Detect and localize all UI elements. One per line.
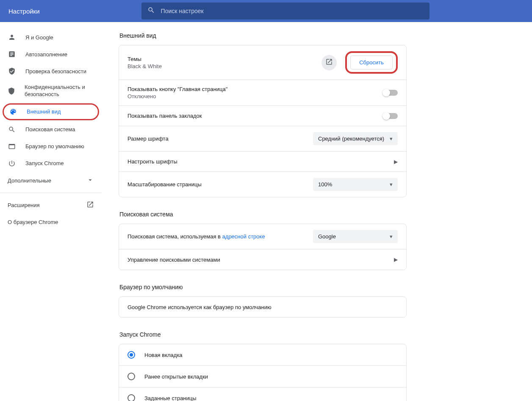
search-card: Поисковая система, используемая в адресн… xyxy=(119,224,407,270)
sidebar-advanced[interactable]: Дополнительные xyxy=(0,172,102,189)
person-icon xyxy=(8,33,16,41)
radio-checked-icon xyxy=(127,351,135,359)
font-size-value: Средний (рекомендуется) xyxy=(318,136,384,142)
startup-card: Новая вкладка Ранее открытые вкладки Зад… xyxy=(119,344,407,401)
open-in-new-icon xyxy=(325,58,333,67)
default-browser-row: Google Chrome используется как браузер п… xyxy=(119,297,406,317)
sidebar-item-autofill[interactable]: Автозаполнение xyxy=(0,46,102,63)
sidebar-item-on-startup[interactable]: Запуск Chrome xyxy=(0,155,102,172)
reset-theme-button[interactable]: Сбросить xyxy=(350,55,393,69)
caret-down-icon: ▾ xyxy=(390,181,393,188)
themes-row[interactable]: Темы Black & White Сбросить xyxy=(119,45,406,80)
default-browser-text: Google Chrome используется как браузер п… xyxy=(127,304,272,310)
form-icon xyxy=(8,50,16,58)
startup-option-new-tab[interactable]: Новая вкладка xyxy=(119,344,406,366)
section-title-appearance: Внешний вид xyxy=(119,32,515,39)
home-label: Показывать кнопку "Главная страница" xyxy=(127,86,227,92)
engine-label: Поисковая система, используемая в адресн… xyxy=(127,233,265,240)
page-title: Настройки xyxy=(8,8,40,15)
startup-option-label: Заданные страницы xyxy=(144,395,197,401)
search-engine-row: Поисковая система, используемая в адресн… xyxy=(119,224,406,249)
section-title-default-browser: Браузер по умолчанию xyxy=(119,284,515,290)
home-toggle[interactable] xyxy=(383,90,398,96)
home-value: Отключено xyxy=(127,93,227,100)
chevron-down-icon xyxy=(86,176,94,185)
section-title-startup: Запуск Chrome xyxy=(119,331,515,338)
sidebar-item-label: Запуск Chrome xyxy=(25,160,64,166)
sidebar-item-label: Браузер по умолчанию xyxy=(25,143,84,149)
search-input[interactable] xyxy=(161,8,424,14)
search-engine-select[interactable]: Google ▾ xyxy=(313,230,398,243)
section-title-search: Поисковая система xyxy=(119,211,515,218)
browser-icon xyxy=(8,142,16,151)
sidebar-about[interactable]: О браузере Chrome xyxy=(0,214,102,231)
bookmarks-toggle[interactable] xyxy=(383,113,398,119)
manage-search-engines-row[interactable]: Управление поисковыми системами ▶ xyxy=(119,249,406,270)
zoom-select[interactable]: 100% ▾ xyxy=(313,178,398,191)
manage-label: Управление поисковыми системами xyxy=(127,257,220,263)
sidebar-extensions[interactable]: Расширения xyxy=(0,196,102,214)
font-size-row: Размер шрифта Средний (рекомендуется) ▾ xyxy=(119,126,406,152)
bookmarks-bar-row: Показывать панель закладок xyxy=(119,106,406,126)
sidebar-item-label: Проверка безопасности xyxy=(25,68,86,75)
radio-unchecked-icon xyxy=(127,394,135,401)
appearance-card: Темы Black & White Сбросить Показывать к… xyxy=(119,45,407,197)
customize-fonts-row[interactable]: Настроить шрифты ▶ xyxy=(119,152,406,172)
radio-unchecked-icon xyxy=(127,373,135,380)
home-button-row: Показывать кнопку "Главная страница" Отк… xyxy=(119,80,406,106)
search-icon xyxy=(147,6,155,16)
caret-down-icon: ▾ xyxy=(390,233,393,240)
header: Настройки xyxy=(0,0,532,22)
sidebar-item-label: Конфиденциальность и безопасность xyxy=(25,84,94,98)
sidebar-extensions-label: Расширения xyxy=(8,202,40,208)
sidebar-item-you-and-google[interactable]: Я и Google xyxy=(0,29,102,46)
shield-check-icon xyxy=(8,67,16,75)
address-bar-link[interactable]: адресной строке xyxy=(222,233,265,240)
search-box[interactable] xyxy=(141,3,429,19)
search-icon xyxy=(8,125,16,134)
engine-value: Google xyxy=(318,233,336,240)
sidebar-item-default-browser[interactable]: Браузер по умолчанию xyxy=(0,138,102,155)
sidebar-item-label: Поисковая система xyxy=(25,126,75,133)
startup-option-label: Ранее открытые вкладки xyxy=(144,373,208,380)
sidebar-item-label: Внешний вид xyxy=(27,108,61,115)
open-in-new-icon xyxy=(86,201,94,210)
reset-highlight: Сбросить xyxy=(345,51,398,74)
chevron-right-icon: ▶ xyxy=(394,159,398,165)
sidebar: Я и Google Автозаполнение Проверка безоп… xyxy=(0,22,102,401)
chevron-right-icon: ▶ xyxy=(394,257,398,263)
sidebar-item-search-engine[interactable]: Поисковая система xyxy=(0,121,102,138)
shield-icon xyxy=(8,87,15,95)
zoom-value: 100% xyxy=(318,181,332,188)
caret-down-icon: ▾ xyxy=(390,136,393,142)
divider xyxy=(0,193,102,193)
sidebar-item-safety[interactable]: Проверка безопасности xyxy=(0,63,102,80)
sidebar-item-label: Автозаполнение xyxy=(25,51,67,58)
main-content: Внешний вид Темы Black & White Сбросить xyxy=(102,22,532,401)
page-zoom-row: Масштабирование страницы 100% ▾ xyxy=(119,172,406,197)
startup-option-label: Новая вкладка xyxy=(144,352,183,358)
palette-icon xyxy=(9,108,17,116)
sidebar-about-label: О браузере Chrome xyxy=(8,219,58,225)
default-browser-card: Google Chrome используется как браузер п… xyxy=(119,296,407,318)
startup-option-continue[interactable]: Ранее открытые вкладки xyxy=(119,366,406,387)
power-icon xyxy=(8,159,16,168)
font-size-label: Размер шрифта xyxy=(127,136,169,142)
fonts-label: Настроить шрифты xyxy=(127,158,177,165)
themes-label: Темы xyxy=(127,56,162,62)
sidebar-item-label: Я и Google xyxy=(25,34,53,41)
zoom-label: Масштабирование страницы xyxy=(127,181,202,188)
open-themes-button[interactable] xyxy=(321,55,337,70)
themes-value: Black & White xyxy=(127,63,162,69)
sidebar-item-appearance[interactable]: Внешний вид xyxy=(3,103,99,120)
startup-option-specific[interactable]: Заданные страницы xyxy=(119,387,406,401)
font-size-select[interactable]: Средний (рекомендуется) ▾ xyxy=(313,132,398,145)
sidebar-item-privacy[interactable]: Конфиденциальность и безопасность xyxy=(0,80,102,102)
bookmarks-label: Показывать панель закладок xyxy=(127,113,202,119)
sidebar-advanced-label: Дополнительные xyxy=(8,177,51,184)
